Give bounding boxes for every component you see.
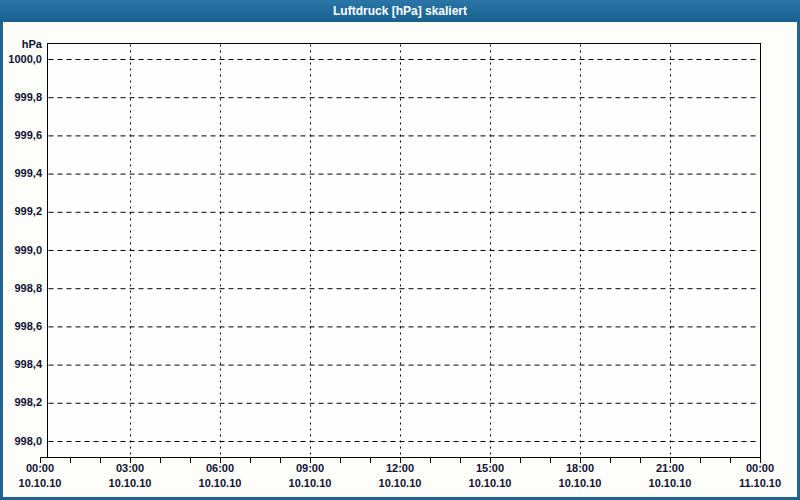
x-tick-time-label: 09:00 — [275, 462, 345, 475]
title-bar[interactable]: Luftdruck [hPa] skaliert — [0, 0, 800, 22]
x-tick-time-label: 03:00 — [95, 462, 165, 475]
x-tick-time-label: 00:00 — [725, 462, 795, 475]
x-tick-time-label: 00:00 — [5, 462, 75, 475]
y-tick-label: 1000,0 — [0, 53, 42, 66]
x-tick-date-label: 10.10.10 — [455, 477, 525, 490]
x-tick-date-label: 10.10.10 — [545, 477, 615, 490]
y-axis-unit-label: hPa — [0, 38, 42, 51]
chart-window: Luftdruck [hPa] skaliert hPa 1000,0999,8… — [0, 0, 800, 500]
chart-grid — [0, 0, 800, 500]
x-tick-date-label: 10.10.10 — [275, 477, 345, 490]
plot-area — [48, 44, 761, 458]
x-tick-time-label: 12:00 — [365, 462, 435, 475]
x-tick-date-label: 10.10.10 — [95, 477, 165, 490]
y-tick-label: 999,2 — [0, 205, 42, 218]
y-tick-label: 999,4 — [0, 167, 42, 180]
window-title: Luftdruck [hPa] skaliert — [333, 4, 467, 18]
y-tick-label: 998,6 — [0, 320, 42, 333]
x-tick-time-label: 21:00 — [635, 462, 705, 475]
x-tick-time-label: 18:00 — [545, 462, 615, 475]
x-tick-date-label: 10.10.10 — [5, 477, 75, 490]
y-tick-label: 998,0 — [0, 435, 42, 448]
y-tick-label: 998,2 — [0, 396, 42, 409]
y-tick-label: 999,8 — [0, 91, 42, 104]
x-tick-date-label: 11.10.10 — [725, 477, 795, 490]
x-tick-date-label: 10.10.10 — [365, 477, 435, 490]
x-tick-time-label: 15:00 — [455, 462, 525, 475]
y-tick-label: 999,0 — [0, 244, 42, 257]
y-tick-label: 998,4 — [0, 358, 42, 371]
x-tick-date-label: 10.10.10 — [635, 477, 705, 490]
y-tick-label: 999,6 — [0, 129, 42, 142]
x-tick-date-label: 10.10.10 — [185, 477, 255, 490]
x-tick-time-label: 06:00 — [185, 462, 255, 475]
y-tick-label: 998,8 — [0, 282, 42, 295]
